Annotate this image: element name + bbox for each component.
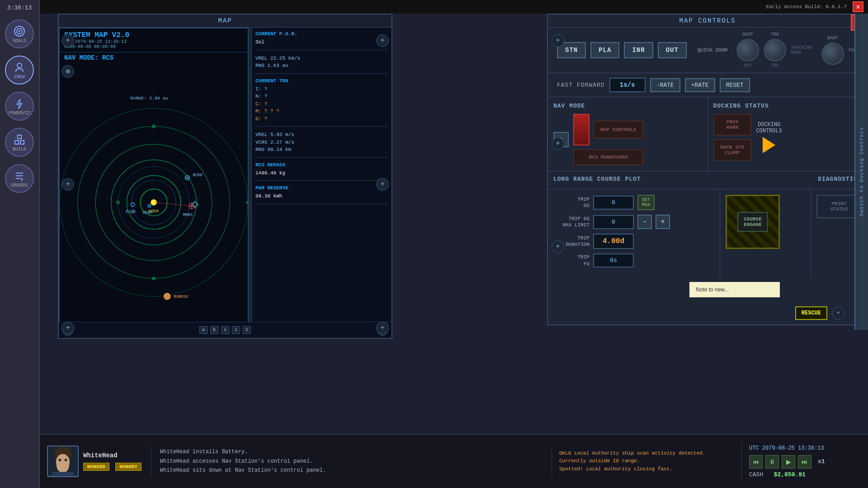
svg-line-39 [154,202,192,206]
map-br2-btn[interactable]: + [376,322,389,334]
map-content: SYSTEM MAP V2.0 UTC 2079-08-25 13:38:13 … [59,28,392,335]
map-tl-btn[interactable]: + [61,34,74,47]
inr-button[interactable]: INR [624,42,653,58]
pla-button[interactable]: PLA [590,42,619,58]
trip-gs-row: TRIPGS SETMAX [553,195,714,210]
time-controls: UTC 2079-08-25 13:38:13 ⏮ ⏸ ▶ ⏭ x1 CASH … [741,441,868,482]
por-label: CURRENT P.O.R. [255,31,388,37]
cash-display: CASH $2,850.91 [749,471,861,478]
solar-system-map[interactable]: RANGE: 2.96 au [60,63,248,333]
plus-rate-btn[interactable]: +RATE [685,78,715,92]
play-btn[interactable]: ▶ [782,455,795,469]
pause-btn[interactable]: ⏸ [765,455,779,469]
map-bl2-btn[interactable]: + [61,322,74,334]
nav-btn-crew[interactable]: CREW [5,56,34,84]
course-right: COURSEENGAGE Note to new... [720,189,811,277]
map-bottom-controls: + W B A S D + [59,322,392,338]
map-tr-btn[interactable]: + [376,34,389,47]
rng-value: RNG 1.63 au [255,62,388,70]
course-engage-btn[interactable]: COURSEENGAGE [737,212,768,232]
trg-section: CURRENT TRG I: ? N: ? C: ? M: ? ? ? D: ? [255,78,388,127]
trip-fuel-row: TRIPFU [553,253,714,267]
minus-btn[interactable]: - [637,215,652,229]
minus-rate-btn[interactable]: -RATE [650,78,680,92]
set-max-btn[interactable]: SETMAX [637,195,655,210]
close-button[interactable]: ✕ [853,1,863,12]
powerviz-icon [13,97,26,110]
mc-tl-btn[interactable]: + [552,34,564,47]
fast-fwd-btn[interactable]: ⏭ [798,455,811,469]
map-ml-btn[interactable]: + [61,178,74,191]
nav-btn-orders[interactable]: ORDERS [5,164,34,193]
play-prev-btn[interactable]: ⏮ [749,455,763,469]
svg-point-48 [65,459,67,461]
docking-sidebar[interactable]: Switch to Docking Controls [854,14,868,330]
trg-n: N: ? [255,93,388,100]
status-badges: HUNGER HUNGRY [83,461,143,471]
vrel2-section: VREL 5.93 m/s VCRS 2.27 m/s RNG 99.14 km [255,131,388,158]
docking-btns: PROXWARN DOCK SYSCLAMP [713,114,752,161]
por-section: CURRENT P.O.R. Sol [255,31,388,50]
bottom-bar: WhiteHead HUNGER HUNGRY WhiteHead instal… [40,434,868,488]
svg-text:MMRS: MMRS [183,213,192,217]
map-mr-btn[interactable]: + [376,178,389,191]
log-section: WhiteHead installs Battery. WhiteHead ac… [151,444,552,479]
ship-knob[interactable] [736,39,759,61]
plus-btn[interactable]: + [656,215,670,229]
mc-bl-btn[interactable]: + [552,240,564,253]
rescue-expand-btn[interactable]: + [832,307,844,319]
rcs-maneuvers-btn[interactable]: RCS MANEUVERS [573,149,643,165]
nav-btn-build[interactable]: BUILD [5,128,34,157]
docking-sidebar-label: Switch to Docking Controls [859,127,864,216]
dock-sys-clamp-btn[interactable]: DOCK SYSCLAMP [713,139,752,161]
trip-gs-input[interactable] [593,196,634,210]
docking-controls-label: DOCKINGCONTROLS [756,122,782,134]
trg-label: CURRENT TRG [255,78,388,84]
rescue-btn[interactable]: RESCUE [795,306,827,320]
docking-controls: PROXWARN DOCK SYSCLAMP DOCKINGCONTROLS [713,114,862,161]
avatar-info: WhiteHead HUNGER HUNGRY [83,452,143,471]
nav-docking-row: NAV MODE + MAP CONTROLS RCS MANEUVERS DO… [548,97,867,171]
character-name: WhiteHead [83,452,143,459]
vrel-section: VREL 22.25 km/s RNG 1.63 au [255,55,388,74]
trip-fuel-input[interactable] [593,253,634,267]
map-controls-row: MAP CONTROLS [573,114,643,145]
mc-ml-btn[interactable]: + [552,137,564,150]
map-canvas-area[interactable]: RANGE: 2.96 au [60,63,248,333]
hungry-badge: HUNGRY [115,463,142,471]
nav-mode-label: NAV MODE: RCS [60,52,248,63]
keyboard-shortcuts: W B A S D [199,326,251,334]
alert-2: Currently outside ID range. [559,457,734,465]
avatar[interactable] [47,446,79,477]
out-button[interactable]: OUT [658,42,687,58]
svg-marker-4 [17,99,22,109]
bary-knob[interactable] [821,42,844,65]
map-section: MAP SYSTEM MAP V2.0 UTC 2079-08-25 13:38… [58,14,392,339]
trip-duration-input[interactable] [593,234,634,249]
nav-btn-goals[interactable]: GOALS [5,19,34,48]
map-controls-btn[interactable]: MAP CONTROLS [593,121,643,139]
hunger-badge: HUNGER [83,463,109,471]
map-left-controls: + + + [59,31,77,338]
ship-knob-group: SHIP OFF [736,32,759,68]
vcrs-value: VCRS 2.27 m/s [255,139,388,146]
main-area: Early Access Build: 0.6.1.7 ✕ MAP SYSTEM… [40,0,868,488]
quick-zoom-label: QUICK ZOOM [691,47,727,53]
rng2-value: RNG 99.14 km [255,146,388,154]
prox-warn-btn[interactable]: PROXWARN [713,114,752,136]
trg-knob[interactable] [764,39,786,61]
svg-rect-49 [52,472,73,476]
reset-btn[interactable]: RESET [720,78,750,92]
pwr-label: PWR RESERVE [255,185,388,191]
trip-gs-max-input[interactable] [593,215,634,229]
map-right-controls: + + + [373,31,392,338]
docking-arrow[interactable] [763,137,775,153]
map-info-panel: CURRENT P.O.R. Sol VREL 22.25 km/s RNG 1… [251,28,392,335]
svg-point-47 [59,459,61,461]
cash-value: $2,850.91 [774,471,806,478]
bary-knob-group: BARY [821,36,844,65]
rcs-label: RCS REMASS [255,162,388,168]
nav-btn-powerviz[interactable]: POWERVIZ [5,92,34,121]
svg-text:EJQR: EJQR [126,210,136,214]
course-section: TRIPGS SETMAX TRIP GSMAX LIMIT - + TRIPD… [548,189,867,277]
